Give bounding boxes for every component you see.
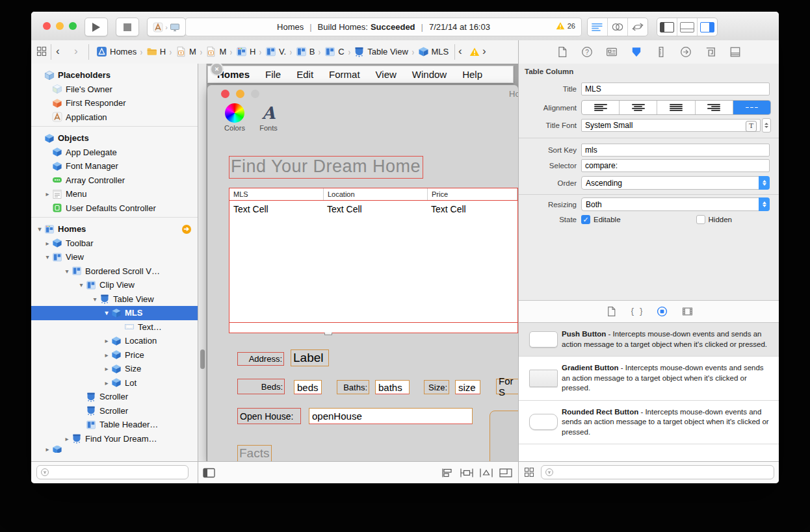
expanded-disclosure-icon[interactable]: ▾ [102,309,111,316]
menu-item-format[interactable]: Format [329,69,360,80]
object-library-tab[interactable] [657,306,668,317]
align-constraints-icon[interactable] [440,468,454,478]
previous-issue-button[interactable]: ‹ [458,45,462,58]
dw-close-button[interactable] [221,90,229,98]
font-size-stepper[interactable] [762,118,771,133]
breadcrumb-item-b-6[interactable]: B [296,46,315,57]
navigator-panel-button[interactable] [657,18,677,36]
align-justify-segment[interactable] [657,101,695,114]
hidden-checkbox[interactable] [696,215,705,224]
assistant-editor-button[interactable] [608,18,628,36]
related-items-icon[interactable] [36,46,47,57]
dw-minimize-button[interactable] [236,90,244,98]
view-effects-inspector-tab[interactable] [729,46,741,58]
outline-row-text[interactable]: Text… [31,320,198,335]
library-item-gradient-button[interactable]: Gradient Button - Intercepts mouse-down … [519,357,779,401]
collapsed-disclosure-icon[interactable]: ▸ [102,337,111,344]
expanded-disclosure-icon[interactable]: ▾ [90,296,99,303]
outline-row-user-defaults-controller[interactable]: User Defaults Controller [31,201,198,216]
activity-viewer[interactable]: Homes | Build Homes: Succeeded | 7/21/14… [185,18,582,36]
pin-constraints-icon[interactable] [460,468,474,478]
beds-label[interactable]: Beds: [237,379,285,394]
debug-area-button[interactable] [677,18,698,36]
library-layout-toggle-icon[interactable] [524,467,534,477]
size-label[interactable]: Size: [424,380,449,394]
outline-row-location[interactable]: ▸Location [31,334,198,348]
align-natural-segment[interactable] [733,101,770,114]
outline-row-table-view[interactable]: ▾Table View [31,292,198,307]
baths-field[interactable]: baths [375,380,410,394]
run-button[interactable] [85,18,108,36]
resizing-popup[interactable]: Both [581,197,770,211]
breadcrumb-item-h-1[interactable]: H [146,46,166,57]
sort-key-field[interactable]: mls [581,144,770,157]
open-house-label[interactable]: Open House: [237,408,301,424]
breadcrumb-item-m-2[interactable]: M [176,46,196,57]
canvas-scrollbar[interactable] [200,349,205,369]
collapsed-disclosure-icon[interactable]: ▸ [102,351,111,359]
main-menu-object[interactable]: × HomesFileEditFormatViewWindowHelp [207,66,514,83]
menu-item-help[interactable]: Help [462,69,482,80]
align-right-segment[interactable] [696,101,733,114]
beds-field[interactable]: beds [294,380,322,394]
outline-row-font-manager[interactable]: Font Manager [31,159,198,173]
outline-row-scroller[interactable]: Scroller [31,404,198,418]
next-issue-button[interactable]: › [482,45,486,58]
collapsed-disclosure-icon[interactable]: ▸ [62,435,72,442]
outline-row-app-delegate[interactable]: App Delegate [31,146,198,160]
facts-label[interactable]: Facts [237,445,272,461]
outline-row-toolbar[interactable]: ▸Toolbar [31,236,198,251]
outline-row-file-s-owner[interactable]: File's Owner [31,82,198,97]
library-item-push-button[interactable]: Push Button - Intercepts mouse-down even… [519,323,779,357]
outline-filter-field[interactable] [36,465,189,479]
selector-field[interactable]: compare: [581,159,770,172]
menu-item-view[interactable]: View [376,69,397,80]
designed-window[interactable]: Homes Colors A Fonts Find Your Dream Hom… [207,85,518,461]
order-popup[interactable]: Ascending [581,176,770,190]
dw-zoom-button[interactable] [251,90,259,98]
bindings-inspector-tab[interactable] [705,46,716,58]
outline-row-mls[interactable]: ▾MLS [31,306,198,320]
collapsed-disclosure-icon[interactable]: ▸ [43,190,52,197]
resolve-autolayout-icon[interactable] [479,468,493,478]
breadcrumb-item-c-7[interactable]: C [324,46,344,57]
outline-toggle-icon[interactable] [202,468,216,478]
resizing-behavior-icon[interactable] [499,468,513,478]
size-field[interactable]: size [455,380,480,394]
outline-row-find-your-dream[interactable]: ▸Find Your Dream… [31,432,198,446]
issue-warning-icon[interactable] [469,47,480,57]
breadcrumb-item-table-view-8[interactable]: Table View [354,46,408,57]
outline-row-price[interactable]: ▸Price [31,348,198,362]
expanded-disclosure-icon[interactable]: ▾ [77,281,86,288]
breadcrumb-item-m-3[interactable]: M [205,46,226,57]
stop-button[interactable] [116,18,139,36]
outline-row-placeholders[interactable]: Placeholders [31,68,198,82]
table-header[interactable]: MLSLocationPrice [229,188,517,201]
breadcrumb-item-homes-0[interactable]: Homes [96,46,137,57]
forward-button[interactable]: › [74,45,78,58]
standard-editor-button[interactable] [588,18,608,36]
library-filter-field[interactable] [541,465,774,479]
align-left-segment[interactable] [582,101,620,114]
address-label[interactable]: Address: [237,352,284,366]
quick-help-inspector-tab[interactable]: ? [581,46,593,58]
minimize-window-button[interactable] [56,22,64,30]
title-font-field[interactable]: System Small T [581,119,761,132]
collapsed-disclosure-icon[interactable]: ▸ [102,365,111,372]
column-header-location[interactable]: Location [324,188,428,200]
table-view-object[interactable]: MLSLocationPrice Text CellText CellText … [229,188,518,333]
outline-row-array-controller[interactable]: Array Controller [31,173,198,188]
warning-count-badge[interactable]: 26 [556,21,575,31]
column-header-mls[interactable]: MLS [229,188,324,200]
table-cell-0[interactable]: Text Cell [233,204,268,214]
close-window-button[interactable] [43,22,51,30]
breadcrumb-item-mls-9[interactable]: MLS [418,46,449,57]
address-value-label[interactable]: Label [291,349,329,366]
outline-row-homes[interactable]: ▾Homes➔ [31,222,198,236]
expanded-disclosure-icon[interactable]: ▾ [43,253,52,260]
size-inspector-tab[interactable] [655,46,667,58]
outline-row-objects[interactable]: Objects [31,131,198,146]
facts-box[interactable] [490,411,518,461]
outline-row-scroller[interactable]: Scroller [31,390,198,404]
column-header-price[interactable]: Price [428,188,517,200]
